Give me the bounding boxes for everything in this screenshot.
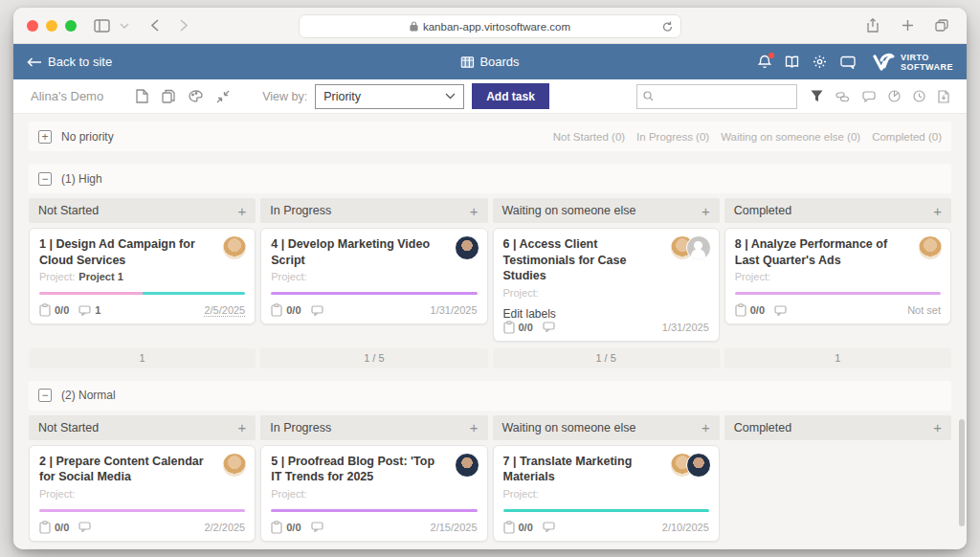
- reload-icon[interactable]: [662, 21, 673, 33]
- charts-icon[interactable]: [888, 90, 901, 103]
- comment-icon[interactable]: [78, 305, 91, 316]
- kanban-column: In Progress+5 | Proofread Blog Post: 'To…: [260, 415, 487, 550]
- checklist-icon: [735, 303, 746, 317]
- card-footer: 0/02/10/2025: [503, 521, 709, 534]
- section-header[interactable]: +No priorityNot Started (0)In Progress (…: [29, 122, 951, 151]
- view-by-value: Priority: [323, 90, 361, 103]
- maximize-button[interactable]: [65, 20, 77, 32]
- collapse-icon[interactable]: [216, 89, 230, 103]
- section-title: No priority: [61, 130, 114, 144]
- due-date[interactable]: 2/5/2025: [204, 304, 245, 317]
- progress-bar: [503, 509, 709, 512]
- settings-icon[interactable]: [813, 55, 827, 69]
- task-card[interactable]: 4 | Develop Marketing Video ScriptProjec…: [260, 228, 487, 324]
- add-card-button[interactable]: +: [470, 419, 479, 435]
- task-card[interactable]: 8 | Analyze Performance of Last Quarter'…: [724, 228, 951, 324]
- column-name: Not Started: [38, 421, 99, 434]
- column-body: [724, 440, 951, 548]
- docs-icon[interactable]: [785, 56, 799, 68]
- search-input[interactable]: [658, 90, 791, 103]
- design-icon[interactable]: [189, 89, 203, 103]
- project-row: Project:: [271, 271, 477, 282]
- minimize-button[interactable]: [46, 20, 57, 32]
- add-card-button[interactable]: +: [470, 203, 479, 219]
- board-section: +No priorityNot Started (0)In Progress (…: [29, 122, 951, 151]
- comment-icon[interactable]: [543, 322, 555, 332]
- section-header[interactable]: −(2) Normal: [29, 381, 951, 411]
- checklist-icon: [503, 521, 515, 534]
- status-count: In Progress (0): [636, 131, 709, 143]
- due-date[interactable]: Not set: [907, 304, 941, 316]
- due-date[interactable]: 2/15/2025: [431, 522, 478, 533]
- url-text: kanban-app.virtosoftware.com: [423, 21, 570, 33]
- back-to-site-link[interactable]: Back to site: [27, 55, 112, 69]
- address-bar[interactable]: kanban-app.virtosoftware.com: [299, 14, 681, 38]
- add-card-button[interactable]: +: [933, 203, 942, 219]
- card-footer: 0/02/2/2025: [39, 521, 245, 534]
- window-controls: [27, 20, 77, 32]
- due-date[interactable]: 2/2/2025: [204, 522, 245, 533]
- due-date[interactable]: 2/10/2025: [662, 522, 709, 533]
- card-footer: 0/012/5/2025: [39, 303, 245, 317]
- task-card[interactable]: 7 | Translate Marketing MaterialsProject…: [493, 445, 720, 542]
- add-card-button[interactable]: +: [702, 419, 710, 435]
- collapse-icon[interactable]: −: [38, 389, 52, 402]
- column-header: Completed+: [724, 198, 951, 223]
- add-card-button[interactable]: +: [933, 419, 942, 435]
- progress-segment: [143, 292, 246, 295]
- view-by-select[interactable]: Priority: [315, 84, 464, 109]
- avatar: [686, 453, 711, 478]
- due-date[interactable]: 1/31/2025: [431, 304, 478, 316]
- new-tab-icon[interactable]: [896, 14, 919, 37]
- task-card[interactable]: 6 | Access Client Testimonials for Case …: [493, 228, 720, 342]
- section-header[interactable]: −(1) High: [29, 164, 951, 193]
- copy-board-icon[interactable]: [162, 89, 175, 103]
- comment-icon[interactable]: [78, 522, 91, 532]
- comment-icon[interactable]: [774, 305, 787, 316]
- search-box[interactable]: [636, 84, 797, 109]
- tags-icon[interactable]: [835, 90, 850, 103]
- back-icon[interactable]: [144, 14, 167, 37]
- project-row: Project:: [271, 488, 477, 500]
- task-card[interactable]: 1 | Design Ad Campaign for Cloud Service…: [29, 228, 256, 324]
- new-board-icon[interactable]: [136, 89, 148, 103]
- column-header: Not Started+: [29, 198, 256, 223]
- edit-labels-link[interactable]: Edit labels: [503, 307, 709, 321]
- close-button[interactable]: [27, 20, 38, 32]
- forward-icon[interactable]: [172, 14, 195, 37]
- expand-icon[interactable]: +: [38, 130, 52, 144]
- export-icon[interactable]: [938, 90, 949, 103]
- add-card-button[interactable]: +: [702, 203, 710, 219]
- checklist-count: 0/0: [750, 304, 765, 316]
- feedback-icon[interactable]: [840, 56, 856, 69]
- add-task-button[interactable]: Add task: [472, 83, 549, 109]
- chevron-down-icon[interactable]: [113, 14, 136, 37]
- comment-icon[interactable]: [311, 305, 323, 316]
- scrollbar[interactable]: [959, 419, 965, 526]
- kanban-column: Not Started+2 | Prepare Content Calendar…: [29, 415, 256, 550]
- project-row: Project:Project 1: [39, 271, 245, 282]
- avatar: [222, 235, 247, 260]
- board-section: −(2) NormalNot Started+2 | Prepare Conte…: [29, 381, 951, 550]
- task-card[interactable]: 2 | Prepare Content Calendar for Social …: [29, 445, 256, 542]
- card-footer: 0/01/31/2025: [271, 303, 477, 317]
- comments-icon[interactable]: [862, 90, 876, 103]
- collapse-icon[interactable]: −: [38, 172, 52, 186]
- comment-icon[interactable]: [543, 522, 555, 532]
- notifications-icon[interactable]: [758, 55, 771, 69]
- checklist-icon: [39, 303, 51, 317]
- history-icon[interactable]: [913, 90, 925, 103]
- due-date[interactable]: 1/31/2025: [662, 322, 709, 333]
- add-card-button[interactable]: +: [237, 419, 246, 435]
- boards-nav[interactable]: Boards: [460, 55, 519, 69]
- sidebar-icon[interactable]: [90, 14, 113, 37]
- board-area: +No priorityNot Started (0)In Progress (…: [13, 114, 967, 549]
- kanban-column: Waiting on someone else+7 | Translate Ma…: [493, 415, 720, 550]
- comment-icon[interactable]: [311, 522, 323, 532]
- tabs-icon[interactable]: [930, 14, 953, 37]
- task-card[interactable]: 5 | Proofread Blog Post: 'Top IT Trends …: [260, 445, 487, 542]
- filter-icon[interactable]: [811, 90, 823, 103]
- add-card-button[interactable]: +: [237, 203, 246, 219]
- checklist-count: 0/0: [55, 522, 69, 533]
- share-icon[interactable]: [861, 14, 884, 37]
